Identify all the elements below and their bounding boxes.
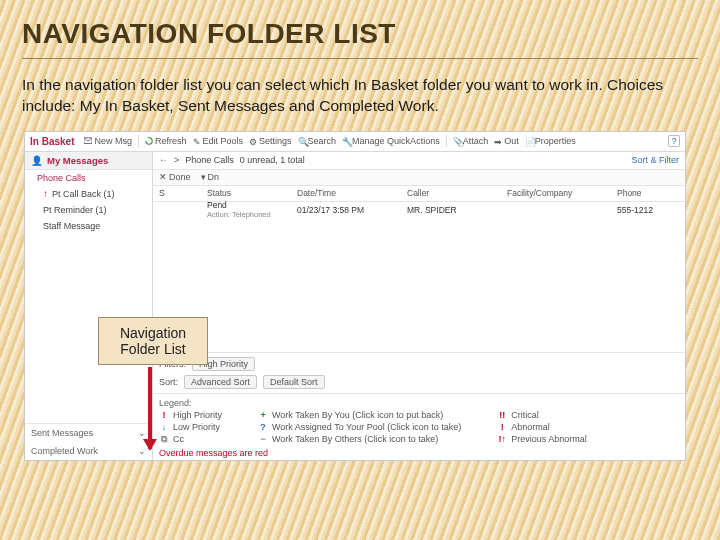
quick-actions-button[interactable]: 🔧Manage QuickActions [342, 136, 440, 146]
attach-icon: 📎 [453, 137, 461, 145]
minus-icon: − [258, 434, 268, 444]
dn-button[interactable]: ▾ Dn [201, 172, 220, 182]
nav-item-label: Completed Work [31, 446, 98, 456]
legend-text: Work Taken By Others (Click icon to take… [272, 434, 438, 444]
nav-item-label: Pt Call Back (1) [52, 189, 115, 199]
settings-button[interactable]: ⚙Settings [249, 136, 292, 146]
empty-rows [153, 218, 685, 352]
exclaim-icon: ! [159, 410, 169, 420]
legend-col-3: !!Critical !Abnormal !↑Previous Abnormal [497, 410, 587, 445]
col-phone[interactable]: Phone [617, 188, 679, 198]
gear-icon: ⚙ [249, 137, 257, 145]
col-status[interactable]: Status [207, 188, 297, 198]
col-s[interactable]: S [159, 188, 207, 198]
cell-phone: 555-1212 [617, 205, 679, 215]
legend-text: Abnormal [511, 422, 550, 432]
callout-arrow [148, 367, 152, 449]
nav-item-label: Sent Messages [31, 428, 93, 438]
nav-footer: Sent Messages⌄ Completed Work⌄ [25, 423, 152, 460]
attach-button[interactable]: 📎Attach [453, 136, 489, 146]
nav-item-label: Phone Calls [37, 173, 86, 183]
table-row[interactable]: Pend Action: Telephoned 01/23/17 3:58 PM… [153, 202, 685, 218]
legend-text: Work Taken By You (Click icon to put bac… [272, 410, 443, 420]
legend-text: Critical [511, 410, 539, 420]
quick-actions-label: Manage QuickActions [352, 136, 440, 146]
done-label: Done [169, 172, 191, 182]
legend-col-2: +Work Taken By You (Click icon to put ba… [258, 410, 461, 445]
edit-pools-label: Edit Pools [203, 136, 244, 146]
content-pane: ← > Phone Calls 0 unread, 1 total Sort &… [153, 152, 685, 460]
chevron-down-icon: ⌄ [138, 428, 146, 438]
legend-item: ⧉Cc [159, 434, 222, 445]
nav-heading-label: My Messages [47, 155, 108, 166]
sort-filter-button[interactable]: Sort & Filter [631, 155, 679, 165]
sort-label: Sort: [159, 377, 178, 387]
wrench-icon: 🔧 [342, 137, 350, 145]
legend-heading: Legend: [159, 398, 679, 408]
filters-panel: Filters: High Priority Sort: Advanced So… [153, 352, 685, 393]
help-button[interactable]: ? [668, 135, 680, 147]
legend-text: Work Assigned To Your Pool (Click icon t… [272, 422, 461, 432]
col-facility[interactable]: Facility/Company [507, 188, 617, 198]
new-msg-button[interactable]: New Msg [84, 136, 132, 146]
person-icon: 👤 [31, 155, 43, 166]
arrow-down-icon: ↓ [159, 422, 169, 432]
arrow-up-icon: ↑ [43, 188, 48, 199]
search-button[interactable]: 🔍Search [298, 136, 337, 146]
nav-item-completed-work[interactable]: Completed Work⌄ [25, 442, 152, 460]
out-label: Out [504, 136, 519, 146]
edit-pools-button[interactable]: ✎Edit Pools [193, 136, 244, 146]
refresh-label: Refresh [155, 136, 187, 146]
done-button[interactable]: ✕ Done [159, 172, 191, 182]
legend-item: !Abnormal [497, 422, 587, 432]
legend-item: −Work Taken By Others (Click icon to tak… [258, 434, 461, 444]
out-icon: ➡ [494, 137, 502, 145]
legend-item: !High Priority [159, 410, 222, 420]
question-icon: ? [258, 422, 268, 432]
advanced-sort-button[interactable]: Advanced Sort [184, 375, 257, 389]
plus-icon: + [258, 410, 268, 420]
legend-item: +Work Taken By You (Click icon to put ba… [258, 410, 461, 420]
properties-label: Properties [535, 136, 576, 146]
refresh-button[interactable]: Refresh [145, 136, 187, 146]
legend-col-1: !High Priority ↓Low Priority ⧉Cc [159, 410, 222, 445]
separator [446, 135, 447, 147]
navigation-folder-list: 👤 My Messages Phone Calls ↑Pt Call Back … [25, 152, 153, 460]
overdue-note: Overdue messages are red [159, 448, 679, 458]
nav-item-phone-calls[interactable]: Phone Calls [25, 170, 152, 186]
critical-icon: !! [497, 410, 507, 420]
legend-item: !!Critical [497, 410, 587, 420]
separator [138, 135, 139, 147]
legend-item: !↑Previous Abnormal [497, 434, 587, 444]
nav-item-sent-messages[interactable]: Sent Messages⌄ [25, 424, 152, 442]
col-caller[interactable]: Caller [407, 188, 507, 198]
nav-item-pt-reminder[interactable]: Pt Reminder (1) [25, 202, 152, 218]
nav-item-label: Pt Reminder (1) [43, 205, 107, 215]
nav-item-label: Staff Message [43, 221, 100, 231]
cell-status: Pend Action: Telephoned [207, 200, 297, 219]
pencil-icon: ✎ [193, 137, 201, 145]
default-sort-button[interactable]: Default Sort [263, 375, 325, 389]
legend-text: Low Priority [173, 422, 220, 432]
search-icon: 🔍 [298, 137, 306, 145]
legend-item: ↓Low Priority [159, 422, 222, 432]
legend-item: ?Work Assigned To Your Pool (Click icon … [258, 422, 461, 432]
status-value: Pend [207, 200, 297, 210]
breadcrumb-bar: ← > Phone Calls 0 unread, 1 total Sort &… [153, 152, 685, 170]
out-button[interactable]: ➡Out [494, 136, 519, 146]
slide-title: NAVIGATION FOLDER LIST [22, 18, 698, 59]
abnormal-icon: ! [497, 422, 507, 432]
back-button[interactable]: ← [159, 155, 168, 165]
app-label: In Basket [30, 136, 74, 147]
dn-label: Dn [208, 172, 220, 182]
callout-text: Navigation Folder List [99, 325, 207, 357]
nav-heading-my-messages[interactable]: 👤 My Messages [25, 152, 152, 170]
refresh-icon [145, 137, 153, 145]
col-datetime[interactable]: Date/Time [297, 188, 407, 198]
nav-item-staff-message[interactable]: Staff Message [25, 218, 152, 234]
list-action-bar: ✕ Done ▾ Dn [153, 170, 685, 186]
properties-button[interactable]: 📄Properties [525, 136, 576, 146]
prev-abnormal-icon: !↑ [497, 434, 507, 444]
legend-panel: Legend: !High Priority ↓Low Priority ⧉Cc… [153, 393, 685, 460]
nav-item-pt-call-back[interactable]: ↑Pt Call Back (1) [25, 186, 152, 202]
